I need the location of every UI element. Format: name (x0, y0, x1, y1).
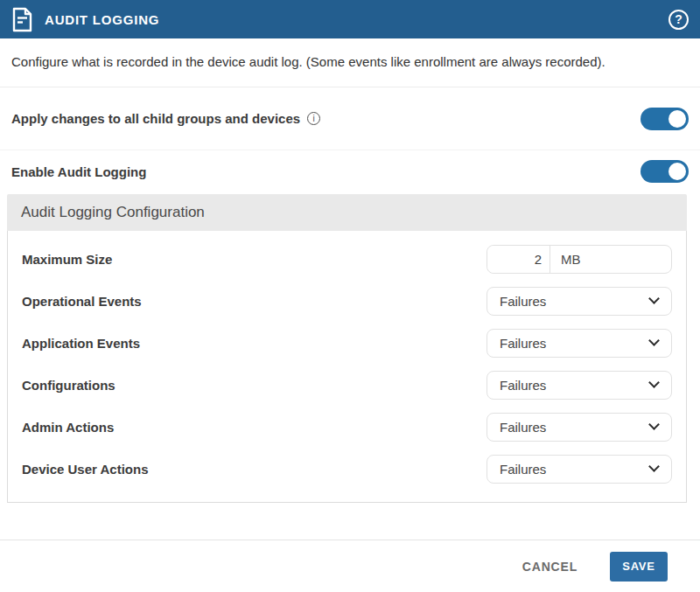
device-user-actions-select[interactable]: Failures (486, 455, 672, 484)
chevron-down-icon (648, 377, 660, 388)
section-title: Audit Logging Configuration (7, 194, 687, 231)
maximum-size-unit: MB (550, 252, 581, 267)
maximum-size-input[interactable] (487, 246, 550, 273)
application-events-label: Application Events (22, 336, 140, 351)
selected-value: Failures (500, 336, 546, 351)
selected-value: Failures (500, 378, 546, 393)
maximum-size-label: Maximum Size (22, 252, 112, 267)
selected-value: Failures (500, 420, 546, 435)
audit-log-icon (11, 7, 33, 32)
chevron-down-icon (648, 461, 660, 472)
operational-events-label: Operational Events (22, 294, 142, 309)
operational-events-row: Operational Events Failures (22, 280, 672, 322)
selected-value: Failures (500, 462, 546, 477)
footer: CANCEL SAVE (0, 540, 700, 592)
admin-actions-row: Admin Actions Failures (22, 406, 672, 448)
configurations-row: Configurations Failures (22, 364, 672, 406)
apply-to-children-toggle[interactable] (640, 108, 689, 130)
admin-actions-select[interactable]: Failures (486, 413, 672, 442)
apply-to-children-label: Apply changes to all child groups and de… (11, 111, 320, 126)
toggle-knob (668, 110, 686, 128)
selected-value: Failures (500, 294, 546, 309)
configurations-label: Configurations (22, 378, 116, 393)
save-button[interactable]: SAVE (610, 552, 668, 582)
toggle-knob (668, 163, 686, 180)
device-user-actions-label: Device User Actions (22, 462, 149, 477)
maximum-size-control: MB (486, 245, 672, 274)
help-icon[interactable]: ? (668, 10, 689, 30)
section-body: Maximum Size MB Operational Events Failu… (7, 231, 687, 503)
info-icon[interactable]: i (307, 112, 320, 125)
operational-events-select[interactable]: Failures (486, 287, 672, 316)
enable-audit-logging-row: Enable Audit Logging (0, 150, 700, 192)
application-events-select[interactable]: Failures (486, 329, 672, 358)
audit-logging-configuration-section: Audit Logging Configuration Maximum Size… (7, 194, 687, 503)
enable-audit-logging-toggle[interactable] (640, 160, 689, 183)
enable-audit-logging-label: Enable Audit Logging (11, 164, 146, 179)
page-description: Configure what is recorded in the device… (0, 38, 700, 87)
header: AUDIT LOGGING ? (0, 0, 700, 38)
cancel-button[interactable]: CANCEL (522, 560, 578, 574)
apply-to-children-row: Apply changes to all child groups and de… (0, 87, 700, 150)
admin-actions-label: Admin Actions (22, 420, 114, 435)
chevron-down-icon (648, 419, 660, 430)
device-user-actions-row: Device User Actions Failures (22, 448, 672, 490)
maximum-size-row: Maximum Size MB (22, 238, 672, 280)
chevron-down-icon (648, 335, 660, 346)
page-title: AUDIT LOGGING (45, 12, 159, 27)
configurations-select[interactable]: Failures (486, 371, 672, 400)
chevron-down-icon (648, 293, 660, 304)
application-events-row: Application Events Failures (22, 322, 672, 364)
